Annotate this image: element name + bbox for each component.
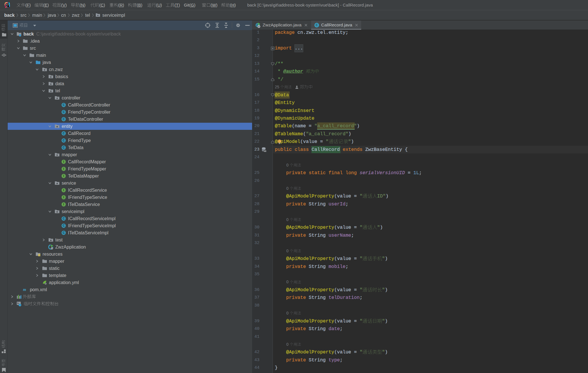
svg-text:I: I	[63, 160, 64, 163]
svg-text:C: C	[63, 111, 65, 114]
svg-text:I: I	[63, 196, 64, 199]
svg-text:C: C	[63, 139, 65, 142]
svg-text:C: C	[63, 132, 65, 135]
svg-text:C: C	[63, 224, 65, 227]
svg-text:I: I	[63, 167, 64, 170]
svg-text:I: I	[63, 203, 64, 206]
svg-text:C: C	[63, 231, 65, 234]
svg-text:C: C	[63, 118, 65, 121]
svg-text:I: I	[63, 189, 64, 192]
svg-text:C: C	[63, 103, 65, 107]
svg-text:C: C	[63, 146, 65, 149]
svg-text:C: C	[63, 217, 65, 220]
svg-text:I: I	[63, 174, 64, 178]
svg-text:m: m	[23, 287, 26, 292]
svg-text:IJ: IJ	[6, 4, 9, 6]
svg-text:C: C	[316, 23, 318, 27]
